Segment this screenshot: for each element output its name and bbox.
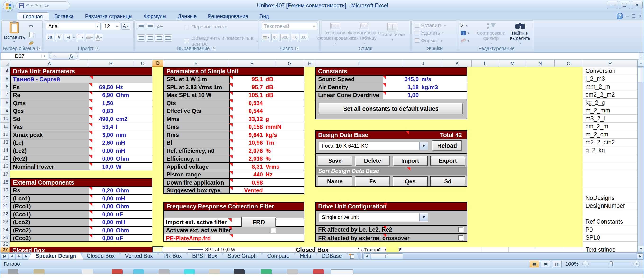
last-sheet-button[interactable]: ▶ [23,253,30,259]
workbook-restore-button[interactable]: ❐ [632,14,636,19]
row-header-22[interactable]: 22 [0,210,10,218]
row-value-cell[interactable]: Vented [230,187,304,194]
row-value-cell[interactable]: 0,00Ohm [90,226,152,234]
chevron-down-icon[interactable]: ▼ [42,54,48,58]
row-value-cell[interactable]: 95,7dB [230,83,304,91]
ribbon-tab-Формулы[interactable]: Формулы [138,12,172,20]
row-header-7[interactable]: 7 [0,91,10,99]
p-cell-20[interactable]: NoDesigns [583,194,637,202]
dialog-launcher-icon[interactable] [212,47,216,50]
merge-center-button[interactable]: Объединить и поместить в центре [192,35,254,47]
format-cells-button[interactable]: Формат▾ [414,37,446,44]
row-header-8[interactable]: 8 [0,99,10,107]
decrease-indent-button[interactable] [155,34,163,42]
align-center-button[interactable] [146,34,154,42]
import-button[interactable]: Import [393,156,427,166]
row-value-cell[interactable]: 0,83 [90,107,152,115]
prev-sheet-button[interactable]: ◀ [8,253,15,259]
fill-color-button[interactable]: ▾ [85,34,94,41]
p-cell-5[interactable]: l_2_m3 [583,75,637,83]
workbook-close-button[interactable]: ✕ [638,14,642,19]
taskbar-icon[interactable] [313,269,324,274]
cell-styles-button[interactable]: Стили ячеек▾ [378,21,406,45]
save-icon[interactable] [19,3,24,8]
p-cell-16[interactable] [583,162,637,170]
p-cell-13[interactable]: m2_2_cm2 [583,138,637,147]
zoom-in-button[interactable]: + [634,261,640,267]
column-header-E[interactable]: E [163,60,229,67]
taskbar-icon[interactable] [209,269,220,274]
cell-D27-selected[interactable] [152,246,163,252]
currency-button[interactable]: ▾ [262,34,270,41]
delete-cells-button[interactable]: Удалить▾ [414,29,446,37]
percent-button[interactable]: % [271,34,280,41]
next-sheet-button[interactable]: ▶ [16,253,22,259]
p-cell-15[interactable] [583,155,637,163]
frd-button[interactable]: FRD [242,217,276,227]
row-value-cell[interactable]: 105,1dB [230,92,304,99]
clear-button[interactable]: ▾ [461,37,469,44]
find-select-button[interactable]: Найти и выделить ▾ [508,22,532,45]
font-color-button[interactable]: А▾ [95,34,103,41]
row-header-20[interactable]: 20 [0,194,10,202]
taskbar-icon[interactable] [34,269,44,274]
row-value-cell[interactable]: 0,00Ohm [90,203,152,210]
redo-caret-icon[interactable]: ▾ [40,4,42,8]
row-header-5[interactable]: 5 [0,75,10,83]
sort-by-sd-button[interactable]: Sd [431,177,465,186]
align-top-button[interactable] [137,23,145,30]
scroll-right-icon[interactable]: ▶ [637,253,643,259]
wrap-text-button[interactable]: Перенос текста [192,24,228,30]
reload-button[interactable]: Reload [432,141,462,151]
row-value-cell[interactable]: 9,641kg/s [230,131,304,139]
column-header-C[interactable]: C [133,60,152,67]
zoom-out-button[interactable]: − [582,261,588,267]
row-value-cell[interactable]: 1,50 [90,99,152,107]
column-header-D[interactable]: D [152,60,163,67]
row-value-cell[interactable]: 3,00mm [90,131,152,139]
increase-indent-button[interactable] [164,34,172,42]
taskbar-icon[interactable] [112,269,123,274]
minimize-button[interactable]: ─ [606,1,618,9]
row-value-cell[interactable]: 0,158mm/N [230,123,304,131]
view-normal-button[interactable]: ▦ [530,261,539,267]
row-header-25[interactable]: 25 [0,234,10,242]
expand-formula-bar-icon[interactable]: ⌄ [639,54,644,58]
sheet-tab-closed-box[interactable]: Closed Box [80,253,122,260]
p-cell-9[interactable]: m_2_mm [583,107,637,115]
taskbar-icon[interactable] [82,269,93,274]
column-header-A[interactable]: A [10,60,89,67]
conditional-formatting-button[interactable]: Условное форматирование▾ [321,21,350,45]
column-header-F[interactable]: F [229,60,275,67]
sort-by-name-button[interactable]: Name [318,177,352,186]
row-header-19[interactable]: 19 [0,186,10,194]
formula-input[interactable] [79,53,639,60]
p-cell-10[interactable]: m3_2_l [583,114,637,123]
p-cell-7[interactable]: cm2_2_m2 [583,91,637,99]
paste-button[interactable]: Вставить ▾ [4,22,24,43]
dialog-launcher-icon[interactable] [96,47,99,50]
fr-crossover-checkbox[interactable] [458,235,464,240]
dialog-launcher-icon[interactable] [296,47,299,50]
horizontal-scrollbar[interactable]: ◀ ▶ [364,253,644,259]
row-value-cell[interactable]: 0,00mH [90,195,152,202]
row-header-21[interactable]: 21 [0,202,10,210]
undo-icon[interactable]: ↶ [25,3,30,8]
row-header-10[interactable]: 10 [0,114,10,123]
maximize-button[interactable]: ❐ [619,1,630,9]
row-value-cell[interactable]: 0,98 [230,179,304,186]
row-header-4[interactable]: 4 [0,67,10,75]
zoom-slider[interactable] [610,261,612,266]
p-cell-8[interactable]: kg_2_g [583,99,637,107]
font-size-select[interactable]: 12▼ [102,23,120,30]
row-value-cell[interactable]: 2,60mH [90,139,152,147]
thousands-button[interactable]: 000 [280,34,290,41]
column-header-H[interactable]: H [304,60,315,67]
cut-button[interactable]: ✂ [27,23,35,30]
column-header-K[interactable]: K [443,60,472,67]
ribbon-tab-Вид[interactable]: Вид [254,12,275,20]
underline-caret-icon[interactable]: ▾ [73,36,75,39]
row-value-cell[interactable]: 440Hz [230,171,304,179]
redo-icon[interactable]: ↷ [34,3,38,8]
row-value-cell[interactable]: 69,50Hz [90,83,152,91]
